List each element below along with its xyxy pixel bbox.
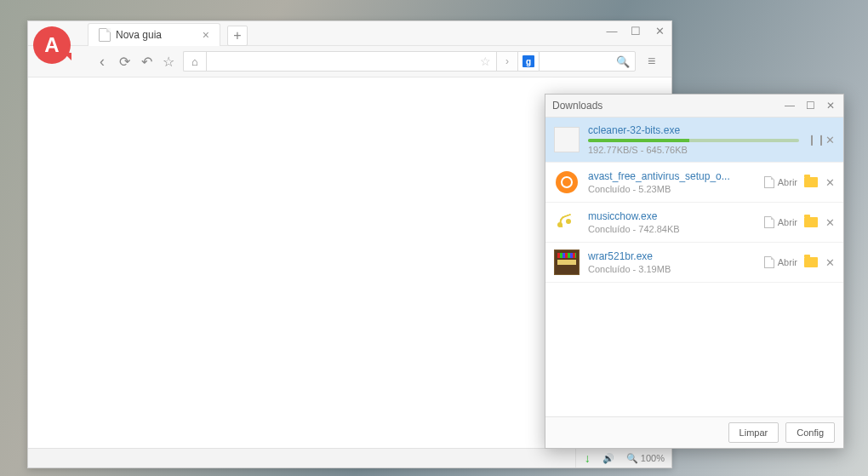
url-input[interactable] — [212, 54, 480, 68]
download-filename: wrar521br.exe — [588, 250, 756, 262]
download-meta: Concluído - 3.19MB — [588, 264, 756, 274]
app-logo: A — [28, 26, 76, 74]
downloads-window: Downloads — ☐ ✕ ccleaner-32-bits.exe 192… — [545, 94, 844, 449]
window-controls: — ☐ ✕ — [605, 25, 666, 37]
download-meta: 192.77KB/S - 645.76KB — [588, 145, 799, 155]
close-button[interactable]: ✕ — [653, 25, 666, 37]
download-filename: ccleaner-32-bits.exe — [588, 124, 799, 136]
downloads-header[interactable]: Downloads — ☐ ✕ — [545, 95, 843, 118]
download-filename: avast_free_antivirus_setup_o... — [588, 170, 756, 182]
reload-button[interactable]: ⟳ — [117, 54, 132, 70]
address-bar[interactable]: ☆ — [206, 51, 496, 72]
open-file-button[interactable]: Abrir — [764, 176, 797, 188]
menu-button[interactable]: ≡ — [648, 54, 663, 69]
search-input[interactable]: 🔍 — [539, 51, 636, 72]
tab-bar: Nova guia × + — ☐ ✕ — [28, 21, 671, 46]
open-folder-button[interactable] — [804, 257, 818, 267]
bookmark-star-button[interactable]: ☆ — [161, 54, 176, 70]
search-icon: 🔍 — [616, 55, 630, 68]
remove-button[interactable]: ✕ — [825, 216, 835, 229]
search-engine-selector[interactable]: g — [517, 51, 539, 72]
zoom-control[interactable]: 🔍 100% — [626, 453, 665, 464]
pause-button[interactable]: ❙❙ — [808, 134, 818, 146]
logo-letter: A — [44, 33, 59, 57]
new-tab-button[interactable]: + — [227, 26, 248, 46]
tab-close-button[interactable]: × — [203, 29, 209, 41]
file-icon — [554, 169, 580, 195]
downloads-title: Downloads — [552, 100, 602, 112]
go-button[interactable]: › — [496, 51, 517, 72]
favorite-icon[interactable]: ☆ — [480, 54, 491, 68]
sound-icon[interactable]: 🔊 — [602, 453, 614, 464]
file-icon — [554, 249, 580, 275]
downloads-list: ccleaner-32-bits.exe 192.77KB/S - 645.76… — [545, 118, 843, 416]
undo-button[interactable]: ↶ — [139, 54, 154, 70]
downloads-footer: Limpar Config — [545, 416, 843, 448]
remove-button[interactable]: ✕ — [825, 176, 835, 189]
progress-bar — [588, 139, 799, 142]
open-folder-button[interactable] — [804, 177, 818, 187]
clear-button[interactable]: Limpar — [728, 422, 779, 443]
toolbar: ‹ ⟳ ↶ ☆ ⌂ ☆ › g 🔍 ≡ — [28, 46, 671, 77]
back-button[interactable]: ‹ — [94, 53, 110, 71]
dl-close-button[interactable]: ✕ — [825, 100, 837, 112]
config-button[interactable]: Config — [785, 422, 835, 443]
downloads-indicator[interactable]: ↓ — [575, 449, 591, 467]
open-folder-button[interactable] — [804, 217, 818, 227]
download-item[interactable]: wrar521br.exe Concluído - 3.19MB Abrir ✕ — [545, 243, 843, 283]
download-meta: Concluído - 5.23MB — [588, 184, 756, 194]
remove-button[interactable]: ✕ — [825, 134, 835, 146]
status-bar: ↓ 🔊 🔍 100% — [28, 448, 671, 467]
download-item[interactable]: avast_free_antivirus_setup_o... Concluíd… — [545, 163, 843, 203]
download-meta: Concluído - 742.84KB — [588, 224, 756, 234]
download-filename: musicchow.exe — [588, 210, 756, 222]
home-button[interactable]: ⌂ — [183, 51, 206, 72]
tab-active[interactable]: Nova guia × — [88, 23, 220, 46]
file-icon — [554, 209, 580, 235]
open-file-button[interactable]: Abrir — [764, 216, 797, 228]
zoom-value: 100% — [641, 453, 665, 463]
download-item[interactable]: musicchow.exe Concluído - 742.84KB Abrir… — [545, 203, 843, 243]
dl-maximize-button[interactable]: ☐ — [804, 100, 816, 112]
remove-button[interactable]: ✕ — [825, 256, 835, 269]
page-icon — [99, 28, 111, 42]
google-icon: g — [523, 55, 534, 67]
minimize-button[interactable]: — — [605, 25, 619, 37]
download-item[interactable]: ccleaner-32-bits.exe 192.77KB/S - 645.76… — [545, 118, 843, 163]
file-icon — [554, 127, 580, 152]
dl-minimize-button[interactable]: — — [784, 100, 796, 112]
tab-title: Nova guia — [116, 29, 162, 41]
open-file-button[interactable]: Abrir — [764, 256, 797, 268]
maximize-button[interactable]: ☐ — [629, 25, 642, 37]
